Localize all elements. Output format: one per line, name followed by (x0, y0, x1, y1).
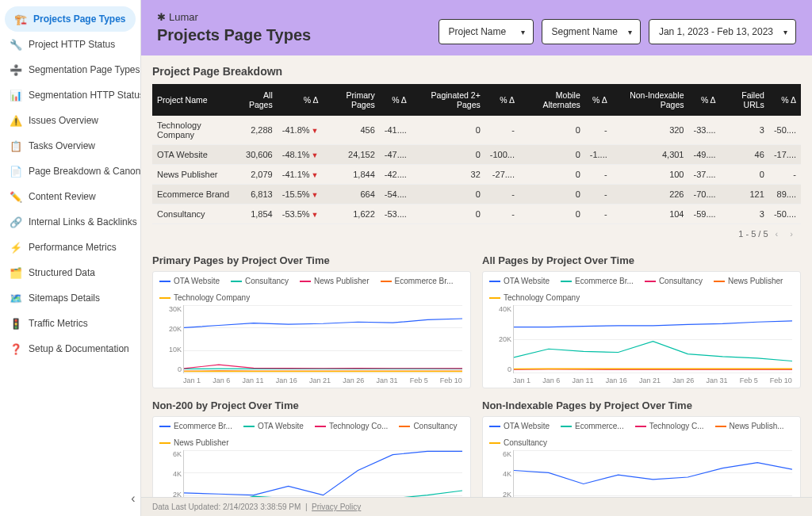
pager-prev[interactable]: ‹ (776, 229, 779, 239)
legend-item[interactable]: OTA Website (489, 277, 550, 285)
legend-item[interactable]: Ecommerce Br... (159, 422, 232, 430)
legend-item[interactable]: News Publisher (714, 277, 783, 285)
sidebar-label: Segmentation Page Types (29, 64, 140, 75)
cell: 0 (519, 185, 585, 204)
col-header[interactable]: % Δ (688, 84, 720, 116)
sidebar-item-0[interactable]: 🏗️Projects Page Types (5, 6, 136, 32)
cell: -42.... (380, 165, 412, 185)
col-header[interactable]: All Pages (236, 84, 278, 116)
col-header[interactable]: % Δ (585, 84, 612, 116)
cell: -41.8%▼ (278, 116, 324, 145)
col-header[interactable]: Failed URLs (721, 84, 769, 116)
table-row[interactable]: Ecommerce Brand6,813-15.5%▼664-54....0-0… (152, 185, 801, 204)
footer-privacy-link[interactable]: Privacy Policy (312, 503, 361, 511)
daterange-filter[interactable]: Jan 1, 2023 - Feb 13, 2023 (649, 19, 796, 44)
sidebar-label: Traffic Metrics (29, 318, 88, 329)
brand: ✱Lumar (157, 11, 311, 23)
cell: 226 (612, 185, 689, 204)
cell: -100... (485, 145, 519, 165)
legend-item[interactable]: News Publish... (715, 422, 784, 430)
cell: -37.... (688, 165, 720, 185)
col-header[interactable]: % Δ (278, 84, 324, 116)
sidebar-item-3[interactable]: 📊Segmentation HTTP Status (0, 82, 140, 108)
legend-item[interactable]: News Publisher (159, 438, 228, 447)
cell: 46 (721, 145, 769, 165)
chart-non200: Non-200 by Project Over TimeEcommerce Br… (152, 399, 471, 497)
cell: 6,813 (236, 185, 278, 204)
cell: -49.... (688, 145, 720, 165)
legend-item[interactable]: Consultancy (489, 438, 547, 447)
legend-item[interactable]: Technology C... (635, 422, 704, 430)
cell: 320 (612, 116, 689, 145)
sidebar-collapse-button[interactable]: ‹ (125, 491, 141, 506)
legend-item[interactable]: Ecommerce... (561, 422, 624, 430)
content: Project Page Breakdown Project NameAll P… (141, 55, 812, 497)
cell: 121 (721, 185, 769, 204)
col-header[interactable]: Project Name (152, 84, 236, 116)
sidebar-icon: 📄 (10, 165, 22, 178)
cell: 0 (412, 116, 485, 145)
sidebar-icon: 🗂️ (10, 266, 22, 279)
project-filter[interactable]: Project Name (439, 19, 534, 44)
pager-next[interactable]: › (790, 229, 793, 239)
cell: - (585, 116, 612, 145)
cell: 3 (721, 204, 769, 224)
col-header[interactable]: % Δ (485, 84, 519, 116)
legend-item[interactable]: Consultancy (645, 277, 703, 285)
breakdown-table: Project NameAll Pages% ΔPrimary Pages% Δ… (152, 84, 801, 224)
table-row[interactable]: OTA Website30,606-48.1%▼24,152-47....0-1… (152, 145, 801, 165)
sidebar-icon: 📋 (10, 140, 22, 152)
col-header[interactable]: Paginated 2+ Pages (412, 84, 485, 116)
chart-title: Primary Pages by Project Over Time (152, 254, 471, 266)
sidebar-item-1[interactable]: 🔧Project HTTP Status (0, 32, 140, 57)
legend-item[interactable]: OTA Website (243, 422, 304, 430)
legend-item[interactable]: News Publisher (300, 277, 369, 285)
legend: OTA WebsiteEcommerce Br...ConsultancyNew… (489, 277, 794, 302)
cell: -41.... (380, 116, 412, 145)
sidebar-item-13[interactable]: ❓Setup & Documentation (0, 336, 140, 361)
table-row[interactable]: News Publisher2,079-41.1%▼1,844-42....32… (152, 165, 801, 185)
col-header[interactable]: % Δ (380, 84, 412, 116)
legend-item[interactable]: Technology Co... (315, 422, 389, 430)
sidebar-item-5[interactable]: 📋Tasks Overview (0, 133, 140, 159)
legend-item[interactable]: Ecommerce Br... (381, 277, 454, 285)
col-header[interactable]: Primary Pages (324, 84, 380, 116)
plot: 40K20K0Jan 1Jan 6Jan 11Jan 16Jan 21Jan 2… (489, 305, 794, 384)
col-header[interactable]: % Δ (769, 84, 801, 116)
cell: 0 (412, 185, 485, 204)
legend-item[interactable]: OTA Website (489, 422, 550, 430)
legend-item[interactable]: Consultancy (231, 277, 289, 285)
sidebar-icon: ➗ (10, 63, 22, 76)
sidebar-item-6[interactable]: 📄Page Breakdown & Canon... (0, 159, 140, 184)
sidebar-item-12[interactable]: 🚦Traffic Metrics (0, 311, 140, 336)
sidebar-icon: 🔧 (10, 38, 22, 51)
cell: 664 (324, 185, 380, 204)
sidebar-item-4[interactable]: ⚠️Issues Overview (0, 108, 140, 133)
sidebar-item-9[interactable]: ⚡Performance Metrics (0, 235, 140, 260)
sidebar-item-10[interactable]: 🗂️Structured Data (0, 260, 140, 285)
sidebar-icon: ⚡ (10, 241, 22, 254)
col-header[interactable]: Non-Indexable Pages (612, 84, 689, 116)
legend-item[interactable]: Technology Company (159, 293, 250, 302)
legend-item[interactable]: OTA Website (159, 277, 220, 285)
cell: News Publisher (152, 165, 236, 185)
legend-item[interactable]: Ecommerce Br... (561, 277, 634, 285)
legend-item[interactable]: Technology Company (489, 293, 580, 302)
main: ✱Lumar Projects Page Types Project Name … (141, 0, 812, 516)
legend-item[interactable]: Consultancy (399, 422, 457, 430)
sidebar-label: Projects Page Types (33, 13, 126, 25)
cell: 2,079 (236, 165, 278, 185)
sidebar-label: Project HTTP Status (29, 39, 115, 50)
col-header[interactable]: Mobile Alternates (519, 84, 585, 116)
cell: 0 (519, 204, 585, 224)
sidebar-item-2[interactable]: ➗Segmentation Page Types (0, 57, 140, 82)
cell: -50.... (769, 116, 801, 145)
sidebar-icon: 🏗️ (14, 13, 27, 25)
y-axis: 6K4K2K0 (159, 450, 182, 497)
sidebar-item-8[interactable]: 🔗Internal Links & Backlinks (0, 209, 140, 235)
table-row[interactable]: Technology Company2,288-41.8%▼456-41....… (152, 116, 801, 145)
table-row[interactable]: Consultancy1,854-53.5%▼1,622-53....0-0-1… (152, 204, 801, 224)
sidebar-item-11[interactable]: 🗺️Sitemaps Details (0, 285, 140, 311)
segment-filter[interactable]: Segment Name (542, 19, 641, 44)
sidebar-item-7[interactable]: ✏️Content Review (0, 184, 140, 209)
